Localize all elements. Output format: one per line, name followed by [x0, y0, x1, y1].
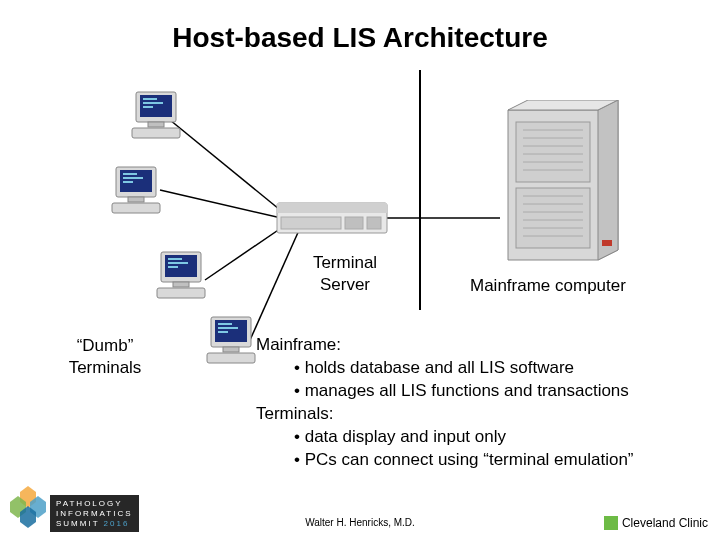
svg-rect-25 — [168, 266, 178, 268]
svg-rect-19 — [128, 197, 144, 202]
svg-rect-44 — [516, 188, 590, 248]
mainframe-label: Mainframe computer — [470, 275, 626, 297]
svg-rect-37 — [281, 217, 341, 229]
svg-rect-23 — [168, 258, 182, 260]
svg-line-1 — [170, 120, 290, 218]
svg-rect-11 — [143, 106, 153, 108]
terminal-server-label: Terminal Server — [290, 252, 400, 296]
svg-rect-31 — [218, 327, 238, 329]
svg-rect-27 — [157, 288, 205, 298]
svg-rect-26 — [173, 282, 189, 287]
terminal-server-icon — [275, 195, 395, 243]
svg-rect-18 — [123, 181, 133, 183]
org-name: Cleveland Clinic — [622, 516, 708, 530]
svg-rect-10 — [143, 102, 163, 104]
dumb-terminals-label: “Dumb” Terminals — [55, 335, 155, 379]
svg-rect-34 — [207, 353, 255, 363]
svg-rect-36 — [277, 203, 387, 213]
description-block: Mainframe: • holds database and all LIS … — [256, 334, 716, 472]
svg-rect-16 — [123, 173, 137, 175]
cleveland-clinic-icon — [604, 516, 618, 530]
conf-line: PATHOLOGY — [56, 499, 133, 509]
svg-rect-57 — [602, 240, 612, 246]
svg-rect-30 — [218, 323, 232, 325]
bullet-line: Terminals: — [256, 403, 716, 426]
svg-rect-39 — [367, 217, 381, 229]
svg-rect-33 — [223, 347, 239, 352]
mainframe-icon — [498, 100, 628, 270]
svg-rect-13 — [132, 128, 180, 138]
terminal-icon — [155, 250, 211, 300]
svg-rect-12 — [148, 122, 164, 127]
svg-rect-38 — [345, 217, 363, 229]
svg-rect-32 — [218, 331, 228, 333]
svg-rect-17 — [123, 177, 143, 179]
bullet-line: • data display and input only — [256, 426, 716, 449]
svg-rect-20 — [112, 203, 160, 213]
svg-rect-43 — [516, 122, 590, 182]
terminal-icon — [205, 315, 261, 365]
bullet-line: • PCs can connect using “terminal emulat… — [256, 449, 716, 472]
svg-line-2 — [160, 190, 290, 220]
terminal-icon — [130, 90, 186, 140]
svg-marker-42 — [508, 100, 618, 110]
org-footer: Cleveland Clinic — [604, 516, 708, 530]
bullet-line: • holds database and all LIS software — [256, 357, 716, 380]
svg-rect-9 — [143, 98, 157, 100]
bullet-line: Mainframe: — [256, 334, 716, 357]
svg-marker-41 — [598, 100, 618, 260]
bullet-line: • manages all LIS functions and transact… — [256, 380, 716, 403]
svg-rect-24 — [168, 262, 188, 264]
terminal-icon — [110, 165, 166, 215]
